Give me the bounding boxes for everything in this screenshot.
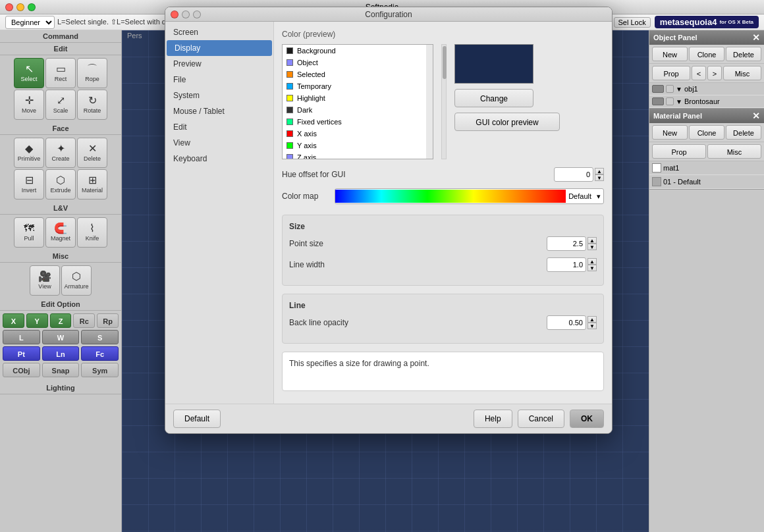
color-item-z-axis[interactable]: Z axis [283, 151, 426, 159]
selected-label: Selected [297, 70, 325, 78]
point-size-spinner: ▲ ▼ [587, 237, 597, 250]
color-list-scrollbar[interactable] [441, 44, 447, 159]
back-opacity-input[interactable] [547, 315, 586, 330]
ok-button[interactable]: OK [570, 410, 604, 428]
nav-mouse-tablet[interactable]: Mouse / Tablet [165, 103, 273, 119]
color-item-fixed-vertices[interactable]: Fixed vertices [283, 116, 426, 128]
y-axis-label: Y axis [297, 142, 317, 149]
hue-offset-down[interactable]: ▼ [595, 174, 604, 181]
back-opacity-down[interactable]: ▼ [587, 323, 597, 329]
color-preview-area: Change GUI color preview [454, 44, 560, 159]
color-section: Background Object Selected [282, 44, 604, 159]
configuration-dialog: Configuration Screen Display Preview Fil… [165, 7, 613, 434]
cancel-button[interactable]: Cancel [518, 410, 564, 428]
hue-offset-label: Hue offset for GUI [282, 170, 554, 179]
nav-view[interactable]: View [165, 135, 273, 151]
color-item-dark[interactable]: Dark [283, 104, 426, 116]
dark-label: Dark [297, 106, 312, 114]
point-size-row: Point size ▲ ▼ [289, 236, 597, 251]
color-section-header: Color (preview) [282, 30, 604, 39]
nav-keyboard[interactable]: Keyboard [165, 151, 273, 167]
dialog-footer: Default Help Cancel OK [165, 404, 612, 433]
color-list: Background Object Selected [283, 45, 426, 159]
z-axis-color-dot [286, 154, 293, 159]
color-preview-box [454, 44, 533, 84]
point-size-label: Point size [289, 239, 547, 248]
dialog-title-bar: Configuration [165, 7, 612, 22]
selected-color-dot [286, 71, 293, 78]
back-opacity-label: Back line opacity [289, 318, 547, 327]
dialog-min-btn[interactable] [182, 11, 190, 18]
back-opacity-up[interactable]: ▲ [587, 316, 597, 323]
info-text: This specifies a size for drawing a poin… [289, 359, 429, 368]
back-opacity-row: Back line opacity ▲ ▼ [289, 315, 597, 330]
fixed-vertices-label: Fixed vertices [297, 118, 342, 126]
background-color-dot [286, 47, 293, 54]
hue-offset-spinner: ▲ ▼ [595, 168, 604, 181]
point-size-down[interactable]: ▼ [587, 244, 597, 250]
x-axis-color-dot [286, 130, 293, 137]
line-width-up[interactable]: ▲ [587, 258, 597, 265]
colormap-row: Color map Default ▾ [282, 188, 604, 204]
back-opacity-spinner: ▲ ▼ [587, 316, 597, 329]
color-item-background[interactable]: Background [283, 45, 426, 57]
colormap-gradient [335, 190, 566, 203]
color-item-temporary[interactable]: Temporary [283, 80, 426, 92]
line-width-row: Line width ▲ ▼ [289, 257, 597, 272]
nav-screen[interactable]: Screen [165, 24, 273, 40]
line-width-input[interactable] [547, 257, 586, 272]
nav-system[interactable]: System [165, 88, 273, 103]
default-button[interactable]: Default [173, 410, 221, 428]
point-size-input[interactable] [547, 236, 586, 251]
temporary-label: Temporary [297, 82, 331, 90]
hue-offset-input[interactable] [554, 167, 593, 182]
line-title: Line [289, 301, 597, 310]
x-axis-label: X axis [297, 130, 317, 138]
object-color-dot [286, 59, 293, 66]
size-section: Size Point size ▲ ▼ Line width ▲ [282, 215, 604, 286]
color-item-y-axis[interactable]: Y axis [283, 140, 426, 151]
point-size-up[interactable]: ▲ [587, 237, 597, 244]
colormap-label: Color map [282, 192, 335, 201]
gui-preview-button[interactable]: GUI color preview [454, 113, 560, 131]
change-color-button[interactable]: Change [454, 89, 533, 107]
dialog-title: Configuration [365, 10, 412, 19]
size-title: Size [289, 222, 597, 231]
fixed-vertices-color-dot [286, 119, 293, 125]
y-axis-color-dot [286, 142, 293, 149]
dialog-max-btn[interactable] [193, 11, 201, 18]
color-item-x-axis[interactable]: X axis [283, 128, 426, 140]
scrollbar-thumb [443, 46, 447, 79]
line-width-down[interactable]: ▼ [587, 265, 597, 271]
background-label: Background [297, 47, 336, 55]
nav-file[interactable]: File [165, 72, 273, 88]
color-list-wrapper: Background Object Selected [282, 44, 433, 159]
colormap-dropdown-icon[interactable]: ▾ [594, 192, 603, 201]
nav-edit[interactable]: Edit [165, 119, 273, 135]
line-width-label: Line width [289, 260, 547, 269]
z-axis-label: Z axis [297, 153, 316, 159]
dialog-close-btn[interactable] [171, 11, 178, 18]
dialog-overlay: Configuration Screen Display Preview Fil… [0, 0, 764, 532]
nav-preview[interactable]: Preview [165, 56, 273, 72]
color-item-object[interactable]: Object [283, 57, 426, 68]
highlight-label: Highlight [297, 94, 325, 102]
color-item-selected[interactable]: Selected [283, 68, 426, 80]
dialog-footer-right: Help Cancel OK [474, 410, 604, 428]
highlight-color-dot [286, 95, 293, 101]
hue-offset-row: Hue offset for GUI ▲ ▼ [282, 167, 604, 182]
line-section: Line Back line opacity ▲ ▼ [282, 294, 604, 344]
help-button[interactable]: Help [474, 410, 512, 428]
colormap-control[interactable]: Default ▾ [335, 188, 604, 204]
object-label: Object [297, 59, 318, 66]
dialog-sidebar: Screen Display Preview File System Mouse… [165, 22, 274, 404]
hue-offset-up[interactable]: ▲ [595, 168, 604, 174]
color-item-highlight[interactable]: Highlight [283, 92, 426, 104]
info-box: This specifies a size for drawing a poin… [282, 352, 604, 391]
dialog-title-buttons [171, 11, 201, 18]
temporary-color-dot [286, 83, 293, 90]
line-width-spinner: ▲ ▼ [587, 258, 597, 271]
dialog-body: Screen Display Preview File System Mouse… [165, 22, 612, 404]
nav-display[interactable]: Display [167, 40, 272, 56]
dark-color-dot [286, 107, 293, 113]
